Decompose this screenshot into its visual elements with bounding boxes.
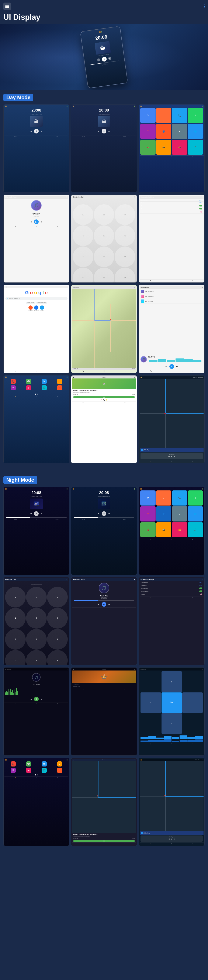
night-ios-waze[interactable]: 📍: [57, 768, 62, 773]
night-dial-9[interactable]: 9: [47, 629, 68, 650]
rest-close[interactable]: ✕: [134, 377, 135, 378]
night-app-spotify[interactable]: 🎵: [188, 522, 203, 537]
google-nav-back[interactable]: ◀: [15, 371, 16, 372]
ios-waze[interactable]: 📍: [57, 385, 62, 390]
dial-7[interactable]: 7: [73, 247, 93, 267]
night-food-back[interactable]: ◀: [73, 669, 74, 670]
night-next-1[interactable]: ⏭: [40, 512, 43, 515]
night-play-1[interactable]: ⏸: [34, 511, 39, 516]
day-next-1[interactable]: ⏭: [40, 130, 43, 132]
night-bt-next[interactable]: ⏭: [108, 603, 110, 606]
night-eq-next[interactable]: ⏭: [40, 698, 43, 700]
google-lucky-btn[interactable]: I'm Feeling Lucky: [36, 302, 47, 304]
night-app-settings[interactable]: ⚙: [188, 490, 203, 506]
night-ios-messages[interactable]: 💬: [26, 761, 31, 767]
arrow-up[interactable]: ↑: [162, 671, 182, 692]
night-dial-8[interactable]: 8: [26, 629, 47, 650]
night-app-phone[interactable]: 📞: [172, 490, 187, 506]
night-dial-3[interactable]: 3: [47, 587, 68, 608]
dial-1[interactable]: 1: [73, 204, 93, 225]
night-dial-0[interactable]: 0: [26, 650, 47, 665]
google-search-bar[interactable]: 🔍 Search or type URL: [5, 297, 68, 300]
nav-music-next[interactable]: ⏭: [173, 455, 175, 457]
lm-play[interactable]: ⏸: [169, 364, 174, 369]
night-bt-music-close[interactable]: ✕: [134, 579, 135, 581]
bt-prev[interactable]: ⏮: [30, 221, 32, 223]
night-nav-ctrl-close[interactable]: ✕: [202, 669, 203, 670]
menu-icon[interactable]: [3, 3, 11, 10]
night-dial-5[interactable]: 5: [26, 608, 47, 628]
device-name-value[interactable]: CarBT: [199, 199, 202, 201]
lm-prev[interactable]: ⏮: [165, 365, 168, 368]
night-app-youtube[interactable]: ▶: [172, 506, 187, 521]
dial-5[interactable]: 5: [94, 226, 114, 246]
night-auto-connect-toggle[interactable]: [199, 590, 202, 592]
ios-podcast[interactable]: 🎙: [11, 385, 16, 390]
night-device-name-value[interactable]: CarBT: [199, 582, 202, 583]
bt-music-close[interactable]: ✕: [66, 196, 68, 198]
night-app-music[interactable]: ♪: [156, 490, 171, 506]
ios-youtube[interactable]: ▶: [26, 385, 31, 390]
app-icon-music[interactable]: ♪: [156, 108, 171, 123]
night-nav-music-play[interactable]: ▶: [171, 838, 172, 840]
app-icon-spotify[interactable]: 🎵: [188, 140, 203, 155]
night-settings-close[interactable]: ✕: [202, 579, 203, 581]
ios-maps[interactable]: 🗺: [42, 379, 47, 384]
night-dial-6[interactable]: 6: [47, 608, 68, 628]
night-eq-play[interactable]: ⏸: [34, 697, 39, 702]
night-ios-youtube[interactable]: ▶: [26, 768, 31, 773]
app-icon-vehicle[interactable]: 🚗: [140, 140, 155, 155]
night-dial-7[interactable]: 7: [5, 629, 26, 650]
night-ios-spotify[interactable]: 🎵: [42, 768, 47, 773]
lm-item-2[interactable]: 华乐_第26首.mp3: [140, 294, 203, 299]
night-food-close[interactable]: ✕: [134, 669, 135, 670]
night-rest-close[interactable]: ✕: [134, 759, 135, 760]
map-area[interactable]: 📍: [72, 289, 136, 368]
night-auto-answer-toggle[interactable]: [199, 587, 202, 589]
night-next-2[interactable]: ⏭: [108, 512, 110, 515]
arrow-down[interactable]: ↓: [162, 713, 182, 734]
night-app-camera[interactable]: 📷: [156, 522, 171, 537]
dial-6[interactable]: 6: [115, 226, 135, 246]
app-icon-waze[interactable]: 📍: [140, 124, 155, 139]
night-dial-star[interactable]: *: [5, 650, 26, 665]
arrow-right[interactable]: →: [182, 692, 203, 713]
night-prev-1[interactable]: ⏮: [30, 512, 32, 515]
arrow-left[interactable]: ←: [140, 692, 161, 713]
day-play-1[interactable]: ⏸: [34, 129, 39, 134]
night-prev-2[interactable]: ⏮: [98, 512, 100, 515]
night-bt-play[interactable]: ▶: [102, 602, 106, 607]
dial-8[interactable]: 8: [94, 247, 114, 267]
night-bt-prev[interactable]: ⏮: [98, 603, 100, 606]
auto-connect-toggle[interactable]: [199, 208, 202, 210]
hero-prev-btn[interactable]: ⏮: [97, 58, 101, 62]
dial-0[interactable]: 0: [94, 267, 114, 283]
bt-next[interactable]: ⏭: [40, 221, 43, 223]
ios-messages[interactable]: 💬: [26, 379, 31, 384]
night-dial-hash[interactable]: #: [47, 650, 68, 665]
google-nav-forward[interactable]: ▶: [57, 371, 58, 372]
night-rest-back[interactable]: ◀: [73, 759, 74, 760]
day-prev-1[interactable]: ⏮: [30, 130, 32, 132]
night-eq-prev[interactable]: ⏮: [30, 698, 32, 700]
night-nav-music-next[interactable]: ⏭: [173, 838, 175, 840]
night-ios-podcast[interactable]: 🎙: [11, 768, 16, 773]
night-ios-phone[interactable]: 📞: [11, 761, 16, 767]
arrow-ok[interactable]: OK: [162, 692, 182, 713]
night-dial-2[interactable]: 2: [26, 587, 47, 608]
dial-star[interactable]: *: [73, 267, 93, 283]
day-next-2[interactable]: ⏭: [108, 130, 110, 132]
settings-close[interactable]: ✕: [202, 196, 203, 198]
night-ios-maps[interactable]: 🗺: [42, 761, 47, 767]
app-icon-browser[interactable]: 🌐: [188, 124, 203, 139]
hero-next-btn[interactable]: ⏭: [108, 57, 112, 60]
bt-play[interactable]: ▶: [34, 220, 39, 224]
app-icon-bt[interactable]: 🔵: [156, 124, 171, 139]
night-app-browser[interactable]: 🌐: [188, 506, 203, 521]
ios-phone[interactable]: 📞: [11, 379, 16, 384]
app-icon-camera[interactable]: 📷: [156, 140, 171, 155]
dial-9[interactable]: 9: [115, 247, 135, 267]
app-icon-youtube[interactable]: ▶: [172, 124, 187, 139]
night-app-bt[interactable]: 🔵: [156, 506, 171, 521]
night-app-vehicle[interactable]: 🚗: [140, 522, 155, 537]
